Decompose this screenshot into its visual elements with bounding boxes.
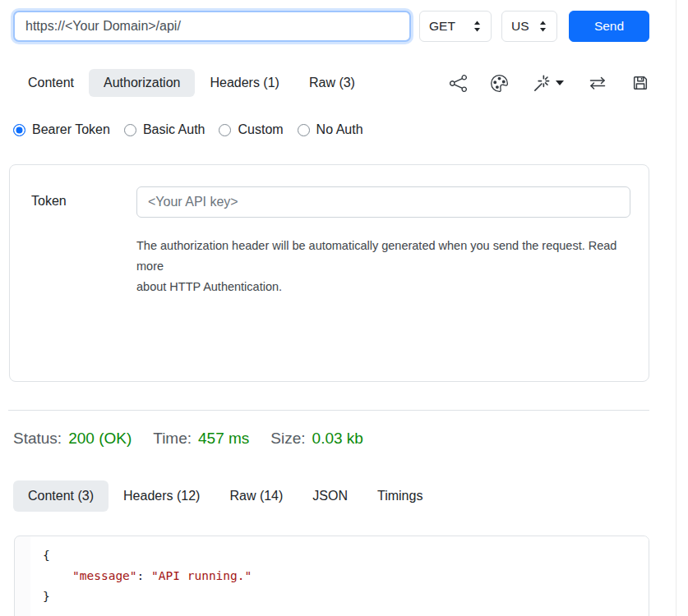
region-select[interactable]: US [501, 11, 557, 42]
page-right-divider [676, 0, 676, 616]
bearer-token-panel: Token The authorization header will be a… [9, 164, 649, 382]
radio-label: Basic Auth [143, 122, 205, 137]
response-tab-headers[interactable]: Headers (12) [109, 480, 215, 512]
json-line: { [43, 545, 649, 566]
method-select[interactable]: GET [419, 11, 492, 42]
json-colon: : [137, 569, 151, 582]
region-select-value: US [511, 19, 529, 34]
radio-selected-icon [13, 124, 25, 136]
auth-option-basic-auth[interactable]: Basic Auth [124, 122, 205, 137]
tab-authorization[interactable]: Authorization [89, 69, 195, 97]
request-toolbar [450, 74, 649, 93]
chevron-down-icon [556, 80, 564, 85]
response-tab-timings[interactable]: Timings [362, 480, 437, 512]
tab-raw[interactable]: Raw (3) [294, 69, 370, 97]
magic-wand-dropdown[interactable] [532, 74, 564, 93]
updown-caret-icon [538, 20, 547, 33]
token-input[interactable] [136, 186, 630, 218]
tab-content[interactable]: Content [13, 69, 89, 97]
json-line: } [43, 586, 649, 607]
response-time: Time: 457 ms [153, 430, 249, 448]
auth-type-group: Bearer Token Basic Auth Custom No Auth [13, 122, 363, 137]
section-divider [8, 410, 649, 411]
status-code: Status: 200 (OK) [13, 430, 132, 448]
send-button[interactable]: Send [569, 11, 649, 42]
json-line: "message": "API running." [43, 566, 649, 586]
radio-icon [298, 124, 310, 136]
radio-label: Bearer Token [32, 122, 110, 137]
method-select-value: GET [429, 19, 455, 34]
request-tabs: Content Authorization Headers (1) Raw (3… [13, 69, 649, 97]
tab-headers[interactable]: Headers (1) [195, 69, 293, 97]
token-label: Token [31, 186, 136, 297]
response-tabs: Content (3) Headers (12) Raw (14) JSON T… [13, 480, 437, 512]
radio-icon [219, 124, 231, 136]
save-icon[interactable] [631, 74, 649, 92]
api-client-window: GET US Send Content Authorization Header… [0, 0, 688, 616]
token-help-text: The authorization header will be automat… [136, 236, 630, 297]
response-size: Size: 0.03 kb [270, 430, 363, 448]
magic-wand-icon [532, 74, 551, 93]
radio-label: No Auth [316, 122, 363, 137]
palette-icon[interactable] [491, 75, 508, 92]
json-value: "API running." [151, 569, 252, 582]
url-input[interactable] [13, 11, 411, 42]
auth-option-custom[interactable]: Custom [219, 122, 283, 137]
json-key: "message" [72, 569, 137, 582]
request-bar: GET US Send [13, 11, 649, 42]
response-status-row: Status: 200 (OK) Time: 457 ms Size: 0.03… [13, 430, 385, 448]
share-icon[interactable] [450, 75, 467, 92]
response-tab-raw[interactable]: Raw (14) [215, 480, 298, 512]
swap-arrows-icon[interactable] [588, 74, 607, 92]
radio-label: Custom [238, 122, 283, 137]
response-json-body: { "message": "API running." } [30, 536, 649, 616]
response-body-panel: { "message": "API running." } [14, 536, 649, 616]
response-tab-content[interactable]: Content (3) [13, 480, 109, 512]
response-tab-json[interactable]: JSON [298, 480, 362, 512]
auth-option-no-auth[interactable]: No Auth [298, 122, 363, 137]
auth-option-bearer-token[interactable]: Bearer Token [13, 122, 110, 137]
radio-icon [124, 124, 136, 136]
updown-caret-icon [473, 20, 482, 33]
